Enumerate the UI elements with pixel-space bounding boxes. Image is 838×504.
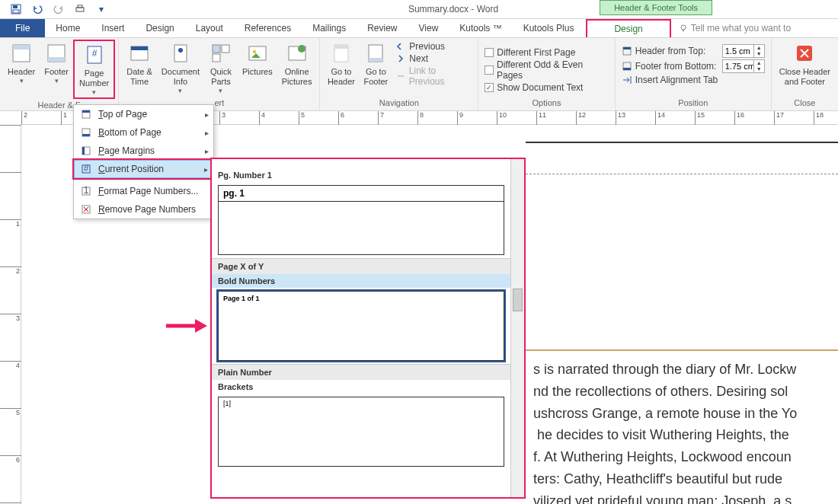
online-pictures-button[interactable]: Online Pictures xyxy=(277,40,317,88)
tab-kutools[interactable]: Kutools ™ xyxy=(449,19,512,37)
group-options: Different First Page Different Odd & Eve… xyxy=(478,38,616,110)
svg-rect-38 xyxy=(82,147,85,155)
footer-button[interactable]: Footer▾ xyxy=(40,40,73,86)
show-document-text-checkbox[interactable]: ✓Show Document Text xyxy=(485,82,609,93)
ribbon: Header▾ Footer▾ # Page Number▾ Header & … xyxy=(0,38,838,111)
tab-home[interactable]: Home xyxy=(45,19,91,37)
gallery-item-brackets[interactable]: [1] xyxy=(218,397,504,467)
svg-text:1: 1 xyxy=(84,186,89,196)
footer-bottom-value[interactable] xyxy=(723,62,753,71)
vertical-ruler[interactable]: 1234567 xyxy=(0,125,21,504)
gallery-item-bold-numbers[interactable]: Page 1 of 1 xyxy=(218,291,504,361)
doc-info-icon xyxy=(168,41,193,65)
spin-down[interactable]: ▼ xyxy=(754,51,764,57)
tab-design[interactable]: Design xyxy=(135,19,184,37)
tab-insert[interactable]: Insert xyxy=(91,19,135,37)
tab-file[interactable]: File xyxy=(0,19,45,37)
svg-rect-36 xyxy=(82,134,90,136)
footer-icon xyxy=(44,41,69,65)
current-position-icon: # xyxy=(80,163,92,175)
pictures-button[interactable]: Pictures xyxy=(238,40,277,78)
svg-point-16 xyxy=(178,48,183,53)
footer-from-bottom-spinner[interactable]: Footer from Bottom: ▲▼ xyxy=(622,59,765,73)
goto-footer-button[interactable]: Go to Footer xyxy=(359,40,392,88)
header-top-value[interactable] xyxy=(723,46,753,56)
menu-label: ormat Page Numbers... xyxy=(104,186,198,196)
close-icon xyxy=(792,41,817,65)
svg-point-21 xyxy=(253,50,256,53)
alignment-tab-icon xyxy=(622,75,632,85)
contextual-tab-header: Header & Footer Tools xyxy=(600,0,712,15)
gallery-scrollbar[interactable] xyxy=(510,159,524,497)
spin-up[interactable]: ▲ xyxy=(754,45,764,51)
menu-current-position[interactable]: # Current Position▸ xyxy=(74,160,213,178)
svg-rect-1 xyxy=(13,5,18,8)
tab-design-context[interactable]: Design xyxy=(586,19,670,37)
tab-review[interactable]: Review xyxy=(357,19,408,37)
group-insert: Date & Time Document Info▾ Quick Parts▾ … xyxy=(119,38,320,110)
menu-separator xyxy=(74,180,213,180)
svg-rect-29 xyxy=(623,47,631,49)
menu-bottom-of-page[interactable]: Bottom of Page▸ xyxy=(74,123,213,142)
tab-view[interactable]: View xyxy=(408,19,449,37)
menu-page-margins[interactable]: Page Margins▸ xyxy=(74,142,213,160)
page-number-menu: Top of Page▸ Bottom of Page▸ Page Margin… xyxy=(73,104,214,219)
document-body-text[interactable]: s is narrated through the diary of Mr. L… xyxy=(526,351,838,504)
gallery-item-pg-number-1[interactable]: pg. 1 xyxy=(218,185,504,255)
tab-references[interactable]: References xyxy=(234,19,302,37)
scrollbar-thumb[interactable] xyxy=(513,289,523,311)
svg-rect-14 xyxy=(131,46,148,50)
goto-header-button: Go to Header xyxy=(323,40,359,88)
group-header-footer: Header▾ Footer▾ # Page Number▾ Header & … xyxy=(0,38,119,110)
date-time-button[interactable]: Date & Time xyxy=(122,40,157,88)
spin-up[interactable]: ▲ xyxy=(754,60,764,66)
redo-button[interactable] xyxy=(50,1,67,18)
format-numbers-icon: 1 xyxy=(80,185,92,197)
menu-label: op of Page xyxy=(103,109,147,120)
previous-icon xyxy=(395,41,406,52)
page-number-gallery: Pg. Number 1 pg. 1 Page X of Y Bold Numb… xyxy=(210,158,526,499)
svg-rect-20 xyxy=(249,46,266,60)
header-from-top-spinner[interactable]: Header from Top: ▲▼ xyxy=(622,44,765,58)
svg-rect-15 xyxy=(174,45,187,62)
svg-rect-25 xyxy=(334,45,348,49)
svg-text:#: # xyxy=(91,48,97,59)
next-button[interactable]: Next xyxy=(395,53,472,64)
tell-me-search[interactable]: Tell me what you want to xyxy=(679,19,791,37)
insert-alignment-tab-button[interactable]: Insert Alignment Tab xyxy=(622,75,765,85)
tab-kutools-plus[interactable]: Kutools Plus xyxy=(513,19,585,37)
header-boundary-dashed xyxy=(526,174,838,174)
group-position: Header from Top: ▲▼ Footer from Bottom: … xyxy=(616,38,772,110)
tab-mailings[interactable]: Mailings xyxy=(302,19,357,37)
menu-top-of-page[interactable]: Top of Page▸ xyxy=(74,105,213,123)
close-header-footer-button[interactable]: Close Header and Footer xyxy=(775,40,835,88)
pictures-icon xyxy=(245,41,270,65)
quick-parts-button[interactable]: Quick Parts▾ xyxy=(204,40,238,96)
next-icon xyxy=(395,53,406,64)
header-button[interactable]: Header▾ xyxy=(3,40,40,86)
page-number-button[interactable]: # Page Number▾ xyxy=(73,40,115,99)
svg-point-23 xyxy=(298,45,305,53)
gallery-item-name: Bold Numbers xyxy=(212,274,510,288)
spin-down[interactable]: ▼ xyxy=(754,66,764,72)
undo-button[interactable] xyxy=(29,1,46,18)
previous-button[interactable]: Previous xyxy=(395,41,472,52)
menu-label: ottom of Page xyxy=(104,127,162,138)
save-button[interactable] xyxy=(8,1,24,18)
annotation-arrow-icon xyxy=(165,317,210,335)
quick-parts-icon xyxy=(209,41,233,65)
different-odd-even-checkbox[interactable]: Different Odd & Even Pages xyxy=(485,59,609,81)
menu-label: urrent Position xyxy=(105,164,164,174)
menu-remove-page-numbers[interactable]: Remove Page Numbers xyxy=(74,200,213,219)
svg-rect-19 xyxy=(213,54,220,62)
page-margins-icon xyxy=(80,145,92,157)
document-info-button[interactable]: Document Info▾ xyxy=(157,40,204,96)
group-close: Close Header and Footer Close xyxy=(772,38,838,110)
gallery-item-name: Pg. Number 1 xyxy=(212,168,510,182)
svg-rect-2 xyxy=(13,10,19,13)
svg-rect-17 xyxy=(213,45,220,53)
tab-strip: File Home Insert Design Layout Reference… xyxy=(0,19,838,38)
different-first-page-checkbox[interactable]: Different First Page xyxy=(485,47,609,58)
tab-layout[interactable]: Layout xyxy=(185,19,234,37)
menu-format-page-numbers[interactable]: 1 Format Page Numbers... xyxy=(74,182,213,200)
